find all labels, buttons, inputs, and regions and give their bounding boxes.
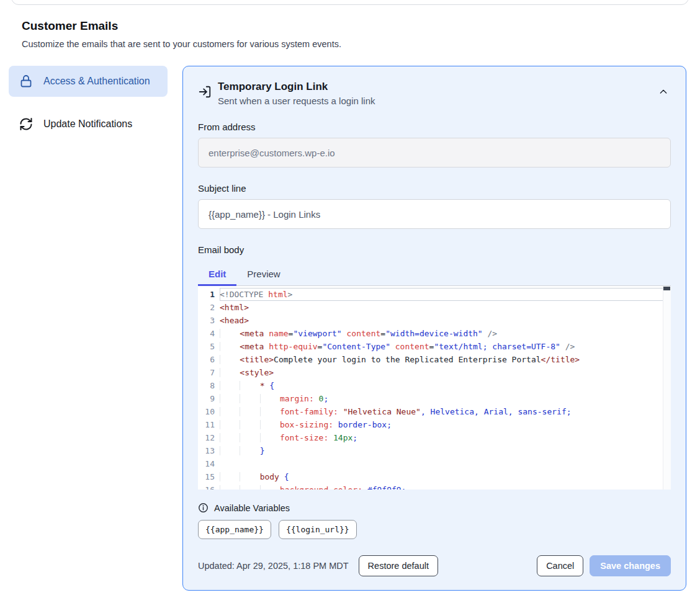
- available-variables-row: Available Variables: [198, 503, 671, 513]
- code-line-row: 13 }: [198, 444, 671, 457]
- indent-guide: [240, 472, 259, 481]
- code-line: font-family: "Helvetica Neue", Helvetica…: [220, 405, 671, 418]
- code-line-row: 1<!DOCTYPE html>: [198, 288, 671, 301]
- panel-title: Temporary Login Link: [218, 81, 650, 93]
- code-line: font-size: 14px;: [220, 431, 671, 444]
- restore-default-button[interactable]: Restore default: [359, 555, 438, 576]
- indent-guide: [220, 433, 240, 442]
- line-number: 2: [198, 301, 220, 314]
- indent-guide: [260, 407, 280, 416]
- line-number: 13: [198, 444, 220, 457]
- indent-guide: [220, 394, 240, 403]
- tab-edit[interactable]: Edit: [198, 263, 236, 285]
- collapse-button[interactable]: [656, 84, 671, 99]
- variable-chip[interactable]: {{app_name}}: [198, 520, 271, 539]
- refresh-icon: [19, 117, 34, 132]
- line-number: 3: [198, 314, 220, 327]
- line-number: 6: [198, 353, 220, 366]
- indent-guide: [220, 329, 240, 338]
- variable-chip[interactable]: {{login_url}}: [279, 520, 357, 539]
- email-body-label: Email body: [198, 244, 671, 255]
- indent-guide: [220, 446, 240, 455]
- editor-scrollbar-track[interactable]: [663, 286, 671, 490]
- indent-guide: [220, 381, 240, 390]
- indent-guide: [240, 381, 259, 390]
- indent-guide: [220, 407, 240, 416]
- line-number: 4: [198, 327, 220, 340]
- from-address-label: From address: [198, 122, 671, 132]
- sidebar-item-update-notifications[interactable]: Update Notifications: [9, 109, 168, 140]
- subject-line-label: Subject line: [198, 183, 671, 194]
- email-template-panel: Temporary Login Link Sent when a user re…: [182, 66, 686, 591]
- code-editor[interactable]: 1<!DOCTYPE html>2<html>3<head>4 <meta na…: [198, 286, 671, 490]
- indent-guide: [260, 433, 280, 442]
- code-line: <html>: [220, 301, 671, 314]
- line-number: 1: [198, 288, 220, 301]
- code-line-row: 14: [198, 457, 671, 470]
- indent-guide: [240, 485, 259, 490]
- lock-icon: [19, 74, 34, 89]
- code-line-row: 15 body {: [198, 470, 671, 483]
- page-title: Customer Emails: [22, 19, 700, 33]
- code-line-row: 16 background-color: #f9f9f9;: [198, 483, 671, 490]
- code-line-row: 6 <title>Complete your login to the Repl…: [198, 353, 671, 366]
- line-number: 7: [198, 366, 220, 379]
- page-header: Customer Emails Customize the emails tha…: [0, 0, 700, 49]
- indent-guide: [220, 485, 240, 490]
- indent-guide: [240, 420, 259, 429]
- line-number: 11: [198, 418, 220, 431]
- line-number: 9: [198, 392, 220, 405]
- code-line: <meta name="viewport" content="width=dev…: [220, 327, 671, 340]
- cancel-button[interactable]: Cancel: [537, 555, 583, 576]
- indent-guide: [240, 433, 259, 442]
- line-number: 10: [198, 405, 220, 418]
- save-changes-button[interactable]: Save changes: [590, 555, 671, 576]
- code-line-row: 5 <meta http-equiv="Content-Type" conten…: [198, 340, 671, 353]
- variable-chips: {{app_name}}{{login_url}}: [198, 520, 671, 539]
- indent-guide: [220, 472, 240, 481]
- code-line: <style>: [220, 366, 671, 379]
- code-line: * {: [220, 379, 671, 392]
- sidebar-item-access-authentication[interactable]: Access & Authentication: [9, 66, 168, 97]
- indent-guide: [260, 485, 280, 490]
- code-line: margin: 0;: [220, 392, 671, 405]
- chevron-up-icon: [658, 87, 668, 97]
- code-line: background-color: #f9f9f9;: [220, 483, 671, 490]
- page-subtitle: Customize the emails that are sent to yo…: [22, 39, 700, 49]
- panel-footer: Updated: Apr 29, 2025, 1:18 PM MDT Resto…: [198, 555, 671, 576]
- editor-scrollbar-thumb[interactable]: [663, 287, 670, 290]
- code-line-row: 10 font-family: "Helvetica Neue", Helvet…: [198, 405, 671, 418]
- panel-header: Temporary Login Link Sent when a user re…: [198, 81, 671, 106]
- content-layout: Access & AuthenticationUpdate Notificati…: [0, 66, 700, 591]
- code-line-row: 3<head>: [198, 314, 671, 327]
- subject-line-input[interactable]: [198, 199, 671, 229]
- code-line: <meta http-equiv="Content-Type" content=…: [220, 340, 671, 353]
- code-line: body {: [220, 470, 671, 483]
- from-address-input[interactable]: [198, 138, 671, 168]
- panel-titles: Temporary Login Link Sent when a user re…: [218, 81, 650, 106]
- code-line-row: 8 * {: [198, 379, 671, 392]
- indent-guide: [260, 394, 280, 403]
- available-variables-label: Available Variables: [214, 503, 290, 513]
- line-number: 14: [198, 457, 220, 470]
- indent-guide: [220, 368, 240, 377]
- indent-guide: [260, 420, 280, 429]
- indent-guide: [240, 394, 259, 403]
- sidebar: Access & AuthenticationUpdate Notificati…: [9, 66, 168, 140]
- code-line: <!DOCTYPE html>: [220, 288, 671, 301]
- sidebar-item-label: Access & Authentication: [43, 74, 150, 89]
- log-in-icon: [198, 85, 212, 99]
- indent-guide: [220, 342, 240, 351]
- previous-card-bottom-edge: [11, 0, 689, 5]
- code-line-row: 9 margin: 0;: [198, 392, 671, 405]
- line-number: 16: [198, 483, 220, 490]
- line-number: 5: [198, 340, 220, 353]
- tab-preview[interactable]: Preview: [236, 263, 290, 285]
- indent-guide: [240, 446, 259, 455]
- line-number: 8: [198, 379, 220, 392]
- code-line-row: 2<html>: [198, 301, 671, 314]
- line-number: 15: [198, 470, 220, 483]
- indent-guide: [220, 355, 240, 364]
- code-line: [220, 457, 671, 470]
- code-line-row: 7 <style>: [198, 366, 671, 379]
